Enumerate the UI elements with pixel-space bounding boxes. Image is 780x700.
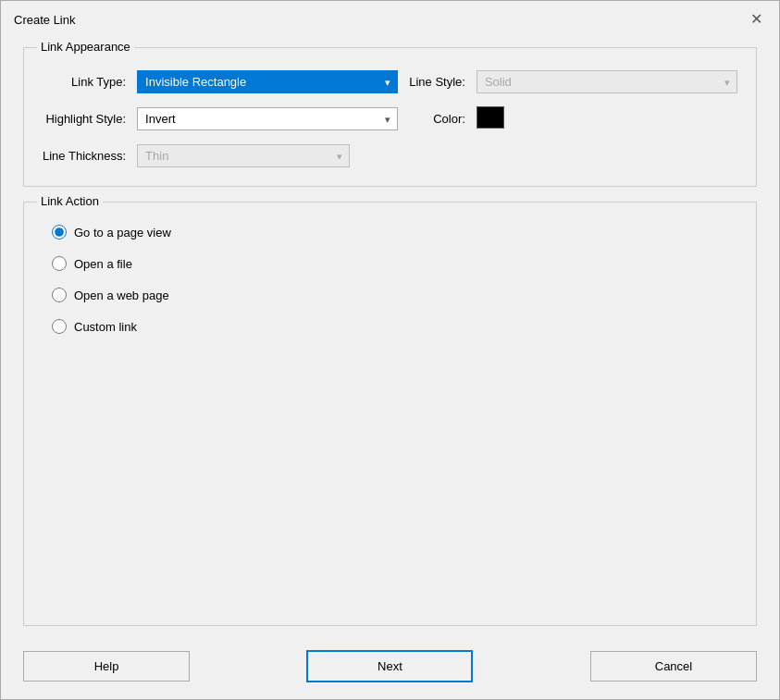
footer-right: Cancel <box>513 651 757 682</box>
line-thickness-wrapper: Thin Medium Thick <box>137 144 350 167</box>
radio-open-web[interactable] <box>52 288 67 302</box>
color-control <box>477 106 737 131</box>
radio-go-to-page-label: Go to a page view <box>74 226 171 239</box>
color-swatch[interactable] <box>477 106 504 129</box>
next-button[interactable]: Next <box>306 650 473 682</box>
link-type-wrapper: Invisible Rectangle Visible Rectangle <box>137 70 398 93</box>
line-thickness-select[interactable]: Thin Medium Thick <box>137 144 350 167</box>
footer-left: Help <box>23 651 267 682</box>
link-type-select[interactable]: Invisible Rectangle Visible Rectangle <box>137 70 398 93</box>
line-thickness-label: Line Thickness: <box>43 149 126 163</box>
highlight-style-label: Highlight Style: <box>43 112 126 126</box>
link-action-section: Link Action Go to a page view Open a fil… <box>23 202 757 626</box>
cancel-button[interactable]: Cancel <box>590 651 757 682</box>
line-style-select[interactable]: Solid Dashed Underline <box>477 70 737 93</box>
color-label: Color: <box>409 112 465 126</box>
footer-center: Next <box>267 650 512 682</box>
radio-item-open-web[interactable]: Open a web page <box>52 288 737 302</box>
radio-custom-link[interactable] <box>52 319 67 334</box>
radio-custom-link-label: Custom link <box>74 320 137 334</box>
link-appearance-title: Link Appearance <box>37 40 134 54</box>
highlight-style-select[interactable]: Invert None Outline Push <box>137 107 398 130</box>
create-link-dialog: Create Link ✕ Link Appearance Link Type:… <box>0 0 780 700</box>
radio-open-file-label: Open a file <box>74 257 132 271</box>
dialog-title: Create Link <box>14 13 75 27</box>
link-action-title: Link Action <box>37 194 103 208</box>
dialog-body: Link Appearance Link Type: Invisible Rec… <box>1 34 779 641</box>
title-bar: Create Link ✕ <box>1 1 779 34</box>
line-style-label: Line Style: <box>409 75 465 89</box>
radio-open-web-label: Open a web page <box>74 289 169 302</box>
link-action-radio-group: Go to a page view Open a file Open a web… <box>43 225 737 334</box>
highlight-style-wrapper: Invert None Outline Push <box>137 107 398 130</box>
radio-item-custom-link[interactable]: Custom link <box>52 319 737 334</box>
radio-item-open-file[interactable]: Open a file <box>52 256 737 271</box>
help-button[interactable]: Help <box>23 651 190 682</box>
link-type-label: Link Type: <box>43 75 126 89</box>
radio-go-to-page[interactable] <box>52 225 67 239</box>
appearance-form: Link Type: Invisible Rectangle Visible R… <box>43 70 737 167</box>
radio-item-go-to-page[interactable]: Go to a page view <box>52 225 737 239</box>
link-appearance-section: Link Appearance Link Type: Invisible Rec… <box>23 47 757 187</box>
dialog-footer: Help Next Cancel <box>1 641 779 699</box>
line-style-wrapper: Solid Dashed Underline <box>477 70 737 93</box>
radio-open-file[interactable] <box>52 256 67 271</box>
close-button[interactable]: ✕ <box>747 10 766 29</box>
